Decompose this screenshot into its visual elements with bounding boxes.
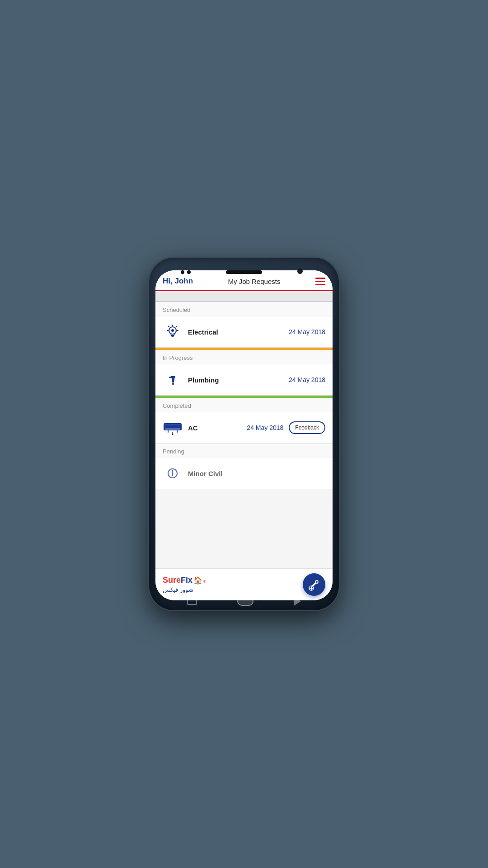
section-label-pending: Pending [155,443,333,458]
tab-bar [155,291,333,302]
job-name-ac: AC [188,424,241,432]
job-date-plumbing: 24 May 2018 [289,376,325,383]
svg-point-19 [172,434,174,435]
svg-rect-10 [169,377,172,378]
phone-camera [297,269,303,274]
svg-point-21 [172,475,174,476]
section-label-in-progress: In Progress [155,350,333,364]
page-title: My Job Requests [228,278,281,285]
job-list: Scheduled [155,302,333,568]
recent-apps-button[interactable] [187,598,197,605]
phone-dots [181,270,191,274]
phone-speaker [226,270,262,274]
logo-arabic-text: شوور فيكس [163,586,206,594]
svg-rect-9 [172,380,174,382]
svg-line-2 [169,326,169,327]
job-name-minor-civil: Minor Civil [188,470,325,477]
logo-fix: Fix [181,576,192,585]
job-name-plumbing: Plumbing [188,376,283,384]
logo-house-icon: 🏠 [193,576,202,585]
app-footer: SureFix 🏠 ® شوور فيكس [155,568,333,600]
back-button[interactable] [294,597,301,606]
phone-frame: Hi, John My Job Requests Scheduled [149,258,339,610]
job-row-plumbing[interactable]: Plumbing 24 May 2018 [155,364,333,395]
section-pending: Pending Minor Civil [155,443,333,489]
logo-sure: Sure [163,576,181,585]
greeting-text: Hi, John [163,277,193,286]
job-row-electrical[interactable]: Electrical 24 May 2018 [155,316,333,347]
job-date-ac: 24 May 2018 [247,424,283,431]
phone-screen: Hi, John My Job Requests Scheduled [155,270,333,600]
section-in-progress: In Progress [155,350,333,395]
logo-text: SureFix [163,576,192,585]
faucet-icon [163,370,183,390]
section-completed: Completed [155,398,333,443]
app-container: Hi, John My Job Requests Scheduled [155,270,333,600]
section-label-completed: Completed [155,398,333,412]
logo-registered: ® [203,580,206,584]
svg-point-6 [171,329,174,332]
fab-add-request[interactable] [303,573,325,596]
svg-rect-13 [164,424,181,425]
job-row-ac[interactable]: AC 24 May 2018 Feedback [155,412,333,443]
svg-rect-8 [172,378,174,380]
phone-nav-buttons [149,597,339,606]
surefix-logo: SureFix 🏠 ® شوور فيكس [163,576,206,593]
hamburger-line-3 [315,284,325,285]
section-label-scheduled: Scheduled [155,302,333,316]
home-button[interactable] [237,597,253,606]
bulb-icon [163,322,183,342]
job-row-minor-civil[interactable]: Minor Civil [155,458,333,489]
job-name-electrical: Electrical [188,328,283,336]
menu-button[interactable] [315,278,325,285]
ac-icon [163,418,183,438]
hamburger-line-1 [315,278,325,279]
job-date-electrical: 24 May 2018 [289,328,325,335]
hamburger-line-2 [315,281,325,282]
minor-civil-icon [163,463,183,483]
section-scheduled: Scheduled [155,302,333,347]
feedback-button[interactable]: Feedback [289,421,325,434]
svg-line-3 [176,326,177,327]
